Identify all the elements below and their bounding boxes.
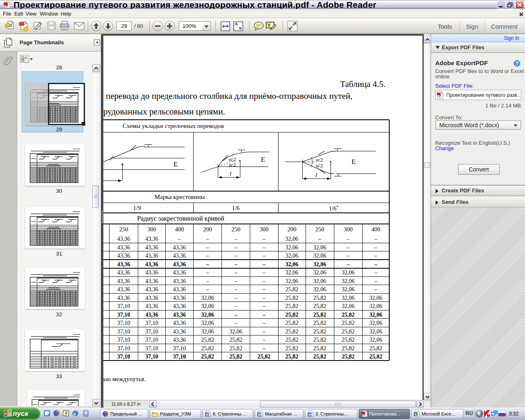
svg-text:37,10: 37,10	[117, 329, 130, 335]
svg-text:25,82: 25,82	[285, 345, 299, 352]
svg-text:32,06: 32,06	[229, 329, 242, 335]
svg-text:25,82: 25,82	[229, 337, 242, 343]
svg-text:1/9: 1/9	[133, 205, 141, 211]
svg-text:32,06: 32,06	[370, 337, 383, 343]
svg-text:25,82: 25,82	[313, 337, 326, 343]
svg-text:25,82: 25,82	[313, 312, 326, 318]
svg-text:–: –	[374, 236, 378, 242]
svg-text:200: 200	[203, 226, 212, 233]
svg-text:32,06: 32,06	[285, 253, 299, 259]
svg-text:–: –	[346, 253, 350, 259]
svg-text:32,06: 32,06	[370, 329, 383, 335]
svg-text:32,06: 32,06	[201, 295, 214, 301]
svg-text:25,82: 25,82	[313, 295, 326, 301]
svg-text:32,06: 32,06	[313, 253, 326, 259]
svg-text:25,82: 25,82	[285, 312, 299, 318]
svg-text:–: –	[234, 312, 238, 318]
svg-text:–: –	[374, 261, 378, 267]
svg-text:43,36: 43,36	[117, 253, 130, 259]
svg-text:43,36: 43,36	[145, 312, 158, 318]
svg-text:43,36: 43,36	[173, 320, 186, 326]
svg-text:–: –	[262, 345, 266, 352]
svg-text:X: X	[415, 412, 417, 416]
svg-text:43,36: 43,36	[173, 312, 186, 318]
svg-text:перевода до предельного столби: перевода до предельного столбика для при…	[106, 91, 352, 101]
svg-text:37,10: 37,10	[117, 303, 130, 309]
svg-text:–: –	[234, 278, 238, 284]
svg-text:43,36: 43,36	[117, 261, 130, 267]
svg-text:43,36: 43,36	[173, 253, 186, 259]
svg-text:–: –	[346, 244, 350, 251]
svg-text:–: –	[234, 286, 238, 292]
svg-text:43,36: 43,36	[173, 244, 186, 251]
svg-text:–: –	[374, 286, 378, 292]
svg-text:–: –	[234, 236, 238, 242]
svg-text:300: 300	[147, 226, 156, 233]
svg-text:43,36: 43,36	[117, 269, 130, 276]
svg-text:l: l	[230, 171, 231, 177]
svg-text:Таблица 4.5.: Таблица 4.5.	[340, 79, 386, 89]
svg-text:25,82: 25,82	[342, 329, 355, 335]
svg-text:300: 300	[344, 226, 353, 233]
svg-text:32,06: 32,06	[285, 278, 299, 284]
svg-text:W: W	[258, 413, 261, 417]
svg-text:–: –	[262, 236, 266, 242]
svg-text:25,82: 25,82	[342, 312, 355, 318]
svg-text:43,36: 43,36	[117, 295, 130, 301]
svg-text:25,82: 25,82	[285, 354, 299, 360]
svg-text:–: –	[262, 286, 266, 292]
svg-text:?: ?	[516, 61, 518, 66]
svg-text:25,82: 25,82	[342, 320, 355, 326]
svg-text:–: –	[206, 253, 210, 259]
svg-text:37,10: 37,10	[145, 337, 158, 343]
svg-text:–: –	[262, 278, 266, 284]
svg-text:ью междупутья.: ью междупутья.	[103, 376, 146, 382]
svg-text:32,06: 32,06	[313, 278, 326, 284]
svg-text:32,06: 32,06	[201, 320, 214, 326]
svg-text:32,06: 32,06	[342, 303, 355, 309]
svg-text:–: –	[374, 278, 378, 284]
svg-text:–: –	[234, 303, 238, 309]
svg-text:43,36: 43,36	[173, 269, 186, 276]
svg-text:32,06: 32,06	[342, 278, 355, 284]
svg-text:37,10: 37,10	[117, 312, 130, 318]
svg-text:–: –	[374, 253, 378, 259]
svg-text:32,06: 32,06	[370, 303, 383, 309]
svg-text:37,10: 37,10	[117, 345, 130, 352]
svg-text:E: E	[261, 155, 265, 163]
svg-text:–: –	[262, 253, 266, 259]
svg-text:43,36: 43,36	[173, 329, 186, 335]
svg-text:37,10: 37,10	[173, 345, 186, 352]
svg-text:Марка крестовины: Марка крестовины	[155, 193, 205, 200]
svg-text:25,82: 25,82	[285, 320, 299, 326]
svg-text:32,06: 32,06	[285, 269, 299, 276]
svg-text:250: 250	[231, 226, 240, 233]
svg-text:32,06: 32,06	[201, 303, 214, 309]
svg-text:43,36: 43,36	[173, 286, 186, 292]
svg-text:25,82: 25,82	[313, 329, 326, 335]
svg-text:25,82: 25,82	[201, 337, 214, 343]
svg-text:–: –	[234, 295, 238, 301]
svg-text:43,36: 43,36	[173, 303, 186, 309]
svg-text:рудованных рельсовыми цепями.: рудованных рельсовыми цепями.	[103, 107, 225, 116]
svg-text:25,82: 25,82	[285, 337, 299, 343]
svg-text:–: –	[206, 269, 210, 276]
svg-text:–: –	[234, 244, 238, 251]
svg-text:43,36: 43,36	[145, 269, 158, 276]
svg-text:W: W	[205, 413, 209, 417]
svg-text:–: –	[374, 244, 378, 251]
svg-text:Радиус закрестовинной кривой: Радиус закрестовинной кривой	[137, 215, 224, 222]
svg-text:25,82: 25,82	[313, 303, 326, 309]
svg-text:43,36: 43,36	[173, 261, 186, 267]
svg-text:25,82: 25,82	[285, 295, 299, 301]
svg-text:25,82: 25,82	[285, 286, 299, 292]
svg-text:25,82: 25,82	[313, 320, 326, 326]
svg-text:43,36: 43,36	[145, 253, 158, 259]
svg-text:–: –	[374, 269, 378, 276]
svg-text:32,06: 32,06	[370, 320, 383, 326]
svg-text:32,06: 32,06	[313, 261, 326, 267]
svg-text:–: –	[346, 236, 350, 242]
svg-text:32,06: 32,06	[370, 295, 383, 301]
svg-text:32,06: 32,06	[285, 244, 299, 251]
svg-text:25,82: 25,82	[342, 345, 355, 352]
